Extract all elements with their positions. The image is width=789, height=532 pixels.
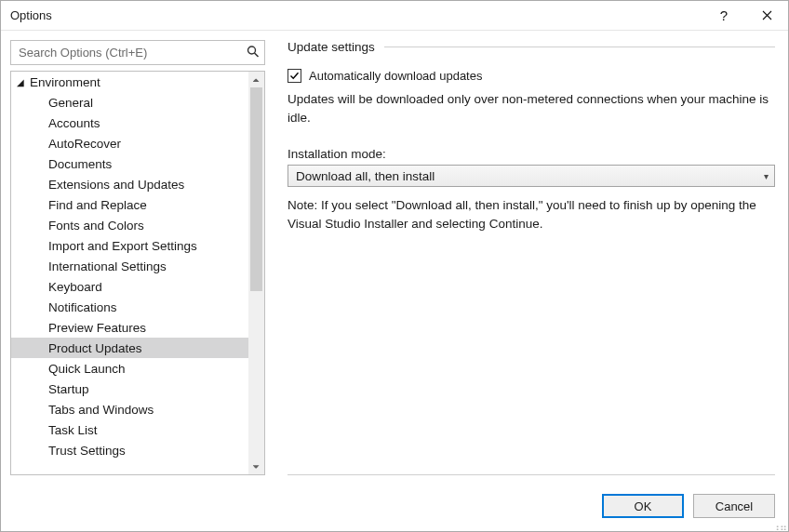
tree-item-label: International Settings bbox=[48, 259, 167, 273]
auto-download-description: Updates will be downloaded only over non… bbox=[288, 90, 771, 126]
tree-item-label: AutoRecover bbox=[48, 137, 121, 151]
scrollbar[interactable]: ⏶ ⏷ bbox=[248, 72, 264, 474]
tree-item-label: Task List bbox=[48, 423, 98, 437]
tree-item[interactable]: Import and Export Settings bbox=[11, 235, 248, 256]
section-header: Update settings bbox=[288, 40, 775, 54]
tree-item-label: Product Updates bbox=[48, 341, 142, 355]
tree-item-label: Find and Replace bbox=[48, 198, 147, 212]
tree-item[interactable]: International Settings bbox=[11, 256, 248, 276]
options-tree: ◢EnvironmentGeneralAccountsAutoRecoverDo… bbox=[10, 71, 265, 475]
resize-grip-icon[interactable]: ⣰⣶ bbox=[772, 525, 787, 530]
check-icon bbox=[289, 71, 300, 81]
tree-item[interactable]: Task List bbox=[11, 419, 248, 440]
tree-item-label: Extensions and Updates bbox=[48, 178, 184, 192]
tree-item[interactable]: Keyboard bbox=[11, 276, 248, 297]
tree-item[interactable]: Fonts and Colors bbox=[11, 215, 248, 235]
tree-item-label: Notifications bbox=[48, 300, 117, 314]
tree-item-label: Environment bbox=[30, 75, 100, 89]
tree-item-environment[interactable]: ◢Environment bbox=[11, 72, 248, 92]
section-title: Update settings bbox=[288, 40, 384, 54]
install-mode-value: Download all, then install bbox=[296, 169, 435, 183]
tree-item-label: Tabs and Windows bbox=[48, 403, 154, 417]
tree-item-label: Quick Launch bbox=[48, 362, 126, 376]
tree-item-label: Trust Settings bbox=[48, 444, 126, 458]
tree-item[interactable]: Product Updates bbox=[11, 338, 248, 358]
tree-item[interactable]: Notifications bbox=[11, 297, 248, 317]
titlebar: Options ? bbox=[1, 1, 788, 31]
tree-item[interactable]: Startup bbox=[11, 379, 248, 399]
tree-item-label: Import and Export Settings bbox=[48, 239, 197, 253]
close-button[interactable] bbox=[745, 1, 788, 31]
auto-download-checkbox[interactable] bbox=[288, 69, 301, 83]
close-icon bbox=[762, 10, 772, 20]
svg-point-0 bbox=[248, 47, 256, 54]
scroll-track[interactable] bbox=[248, 87, 264, 459]
scroll-up-icon[interactable]: ⏶ bbox=[248, 72, 264, 87]
dialog-body: ◢EnvironmentGeneralAccountsAutoRecoverDo… bbox=[1, 31, 788, 481]
tree-item[interactable]: Trust Settings bbox=[11, 440, 248, 460]
tree-item-label: General bbox=[48, 96, 93, 110]
install-mode-label: Installation mode: bbox=[288, 147, 775, 161]
tree-item-label: Documents bbox=[48, 157, 112, 171]
section-rule bbox=[384, 47, 775, 47]
window-title: Options bbox=[10, 8, 702, 22]
svg-line-1 bbox=[255, 53, 259, 57]
tree-item[interactable]: Tabs and Windows bbox=[11, 399, 248, 419]
search-wrapper bbox=[10, 40, 265, 65]
tree-item[interactable]: Documents bbox=[11, 153, 248, 174]
cancel-button[interactable]: Cancel bbox=[693, 494, 775, 518]
scroll-down-icon[interactable]: ⏷ bbox=[248, 459, 264, 474]
auto-download-row[interactable]: Automatically download updates bbox=[288, 69, 775, 83]
scroll-thumb[interactable] bbox=[250, 87, 262, 291]
sidebar: ◢EnvironmentGeneralAccountsAutoRecoverDo… bbox=[10, 40, 265, 475]
tree-item-label: Accounts bbox=[48, 116, 100, 130]
chevron-down-icon: ▾ bbox=[764, 171, 769, 181]
tree-item[interactable]: Quick Launch bbox=[11, 358, 248, 379]
tree-item-label: Preview Features bbox=[48, 321, 146, 335]
install-mode-combobox[interactable]: Download all, then install ▾ bbox=[288, 165, 775, 187]
content-panel: Update settings Automatically download u… bbox=[265, 40, 779, 475]
tree-item[interactable]: Find and Replace bbox=[11, 194, 248, 215]
tree-item[interactable]: Extensions and Updates bbox=[11, 174, 248, 194]
options-dialog: Options ? ◢EnvironmentGeneralAccountsAut… bbox=[0, 0, 789, 532]
tree-item-label: Startup bbox=[48, 382, 89, 396]
tree-item[interactable]: Accounts bbox=[11, 113, 248, 133]
search-input[interactable] bbox=[17, 45, 240, 60]
auto-download-label: Automatically download updates bbox=[309, 69, 482, 83]
ok-button[interactable]: OK bbox=[602, 494, 684, 518]
tree-item[interactable]: General bbox=[11, 92, 248, 113]
tree-item[interactable]: Preview Features bbox=[11, 317, 248, 338]
search-icon[interactable] bbox=[247, 45, 260, 60]
tree-item-label: Keyboard bbox=[48, 280, 102, 294]
dialog-footer: OK Cancel bbox=[1, 481, 788, 531]
content-bottom-rule bbox=[288, 474, 775, 475]
expand-icon: ◢ bbox=[17, 77, 24, 87]
tree-item-label: Fonts and Colors bbox=[48, 219, 144, 233]
tree-item[interactable]: AutoRecover bbox=[11, 133, 248, 153]
help-button[interactable]: ? bbox=[702, 1, 745, 31]
install-mode-note: Note: If you select "Download all, then … bbox=[288, 196, 771, 233]
